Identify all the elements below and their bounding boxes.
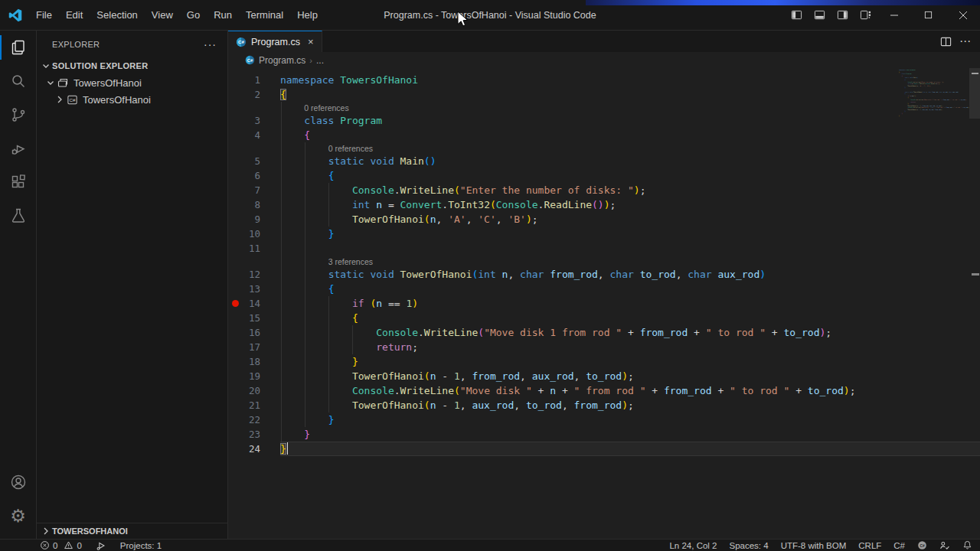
- codelens-row[interactable]: 3 references: [228, 256, 980, 267]
- chevron-down-icon[interactable]: [44, 77, 57, 89]
- gutter[interactable]: 13: [228, 282, 280, 296]
- code-line-4[interactable]: 4 {: [228, 128, 980, 142]
- problems-indicator[interactable]: 0 0: [40, 540, 82, 550]
- run-project-icon[interactable]: [96, 540, 106, 551]
- explorer-more-actions-icon[interactable]: ···: [199, 38, 221, 51]
- section-towersofhanoi[interactable]: TOWERSOFHANOI: [37, 523, 227, 539]
- code-line-13[interactable]: 13 {: [228, 282, 980, 296]
- code-line-15[interactable]: 15 {: [228, 311, 980, 325]
- gutter[interactable]: 14: [228, 296, 280, 311]
- menu-terminal[interactable]: Terminal: [239, 5, 290, 25]
- gutter[interactable]: 8: [228, 197, 280, 212]
- code-line-18[interactable]: 18 }: [228, 354, 980, 369]
- gutter[interactable]: 9: [228, 212, 280, 227]
- eol-indicator[interactable]: CRLF: [858, 541, 881, 550]
- gutter[interactable]: 12: [228, 267, 280, 282]
- code-line-9[interactable]: 9 TowerOfHanoi(n, 'A', 'C', 'B');: [228, 212, 980, 227]
- menu-edit[interactable]: Edit: [59, 5, 90, 25]
- gutter[interactable]: 21: [228, 398, 280, 412]
- extensions-icon[interactable]: [0, 165, 37, 199]
- code-line-12[interactable]: 12 static void TowerOfHanoi(int n, char …: [228, 267, 980, 282]
- gutter[interactable]: 22: [228, 412, 280, 427]
- gutter[interactable]: 19: [228, 369, 280, 383]
- indentation-indicator[interactable]: Spaces: 4: [729, 541, 768, 550]
- notifications-bell-icon[interactable]: [962, 540, 972, 550]
- gutter[interactable]: 16: [228, 325, 280, 340]
- gutter[interactable]: 2: [228, 87, 280, 102]
- code-line-16[interactable]: 16 Console.WriteLine("Move disk 1 from r…: [228, 325, 980, 340]
- menu-file[interactable]: File: [29, 5, 59, 25]
- tab-program-cs[interactable]: C# Program.cs ×: [228, 31, 322, 52]
- breakpoint-dot[interactable]: [232, 300, 239, 307]
- source-control-icon[interactable]: [0, 98, 37, 132]
- code-line-11[interactable]: 11: [228, 241, 980, 256]
- projects-indicator[interactable]: Projects: 1: [120, 541, 162, 550]
- codelens-row[interactable]: 0 references: [228, 102, 980, 113]
- more-actions-icon[interactable]: ⋯: [959, 34, 971, 48]
- section-solution-explorer[interactable]: SOLUTION EXPLORER: [37, 57, 227, 74]
- gutter[interactable]: [228, 142, 280, 154]
- code-line-17[interactable]: 17 return;: [228, 340, 980, 354]
- code-line-7[interactable]: 7 Console.WriteLine("Enter the number of…: [228, 183, 980, 197]
- run-and-debug-icon[interactable]: [0, 132, 37, 165]
- search-icon[interactable]: [0, 64, 37, 98]
- code-line-5[interactable]: 5 static void Main(): [228, 154, 980, 168]
- minimap[interactable]: namespace TowersOfHanoi{ class Program {…: [899, 70, 969, 117]
- gutter[interactable]: 24: [228, 442, 280, 456]
- gutter[interactable]: 7: [228, 183, 280, 197]
- tab-close-icon[interactable]: ×: [308, 36, 314, 47]
- scrollbar-slider[interactable]: [969, 68, 980, 119]
- code-line-8[interactable]: 8 int n = Convert.ToInt32(Console.ReadLi…: [228, 197, 980, 212]
- code-line-3[interactable]: 3 class Program: [228, 113, 980, 128]
- code-area[interactable]: 1namespace TowersOfHanoi2{ 0 references3…: [228, 68, 980, 539]
- menu-view[interactable]: View: [145, 5, 180, 25]
- gutter[interactable]: 15: [228, 311, 280, 325]
- code-line-2[interactable]: 2{: [228, 87, 980, 102]
- account-icon[interactable]: [0, 465, 37, 499]
- code-line-19[interactable]: 19 TowerOfHanoi(n - 1, from_rod, aux_rod…: [228, 369, 980, 383]
- testing-icon[interactable]: [0, 199, 37, 233]
- gutter[interactable]: 6: [228, 168, 280, 183]
- csharp-devkit-icon[interactable]: C#: [917, 540, 927, 550]
- gutter[interactable]: 3: [228, 113, 280, 128]
- breadcrumb-file[interactable]: Program.cs: [259, 55, 305, 66]
- gutter[interactable]: [228, 256, 280, 267]
- codelens-references[interactable]: 0 references: [304, 103, 348, 112]
- gutter[interactable]: 5: [228, 154, 280, 168]
- code-line-14[interactable]: 14 if (n == 1): [228, 296, 980, 311]
- tree-item-solution[interactable]: TowersOfHanoi: [37, 74, 227, 91]
- settings-gear-icon[interactable]: ⚙: [0, 499, 37, 533]
- codelens-references[interactable]: 0 references: [328, 144, 373, 153]
- gutter[interactable]: 18: [228, 354, 280, 369]
- gutter[interactable]: 17: [228, 340, 280, 354]
- gutter[interactable]: 11: [228, 241, 280, 256]
- gutter[interactable]: 10: [228, 227, 280, 241]
- menu-go[interactable]: Go: [180, 5, 207, 25]
- encoding-indicator[interactable]: UTF-8 with BOM: [781, 541, 847, 550]
- gutter[interactable]: 20: [228, 383, 280, 398]
- gutter[interactable]: [228, 102, 280, 113]
- gutter[interactable]: 1: [228, 73, 280, 87]
- code-line-20[interactable]: 20 Console.WriteLine("Move disk " + n + …: [228, 383, 980, 398]
- code-line-21[interactable]: 21 TowerOfHanoi(n - 1, aux_rod, to_rod, …: [228, 398, 980, 412]
- codelens-row[interactable]: 0 references: [228, 142, 980, 154]
- toggle-sidebar-icon[interactable]: [785, 5, 808, 25]
- gutter[interactable]: 23: [228, 427, 280, 442]
- toggle-secondary-sidebar-icon[interactable]: [831, 5, 854, 25]
- menu-run[interactable]: Run: [207, 5, 239, 25]
- tree-item-project[interactable]: C# TowersOfHanoi: [37, 91, 227, 108]
- menu-help[interactable]: Help: [290, 5, 325, 25]
- breadcrumb-symbol[interactable]: ...: [316, 55, 324, 66]
- line-col-indicator[interactable]: Ln 24, Col 2: [669, 541, 717, 550]
- code-line-22[interactable]: 22 }: [228, 412, 980, 427]
- gutter[interactable]: 4: [228, 128, 280, 142]
- code-line-6[interactable]: 6 {: [228, 168, 980, 183]
- feedback-icon[interactable]: [939, 540, 950, 551]
- language-indicator[interactable]: C#: [893, 541, 905, 550]
- customize-layout-icon[interactable]: [854, 5, 877, 25]
- chevron-right-icon[interactable]: [54, 93, 66, 106]
- code-line-23[interactable]: 23 }: [228, 427, 980, 442]
- code-line-1[interactable]: 1namespace TowersOfHanoi: [228, 73, 980, 87]
- code-line-24[interactable]: 24}: [228, 442, 980, 456]
- split-editor-icon[interactable]: [940, 36, 952, 47]
